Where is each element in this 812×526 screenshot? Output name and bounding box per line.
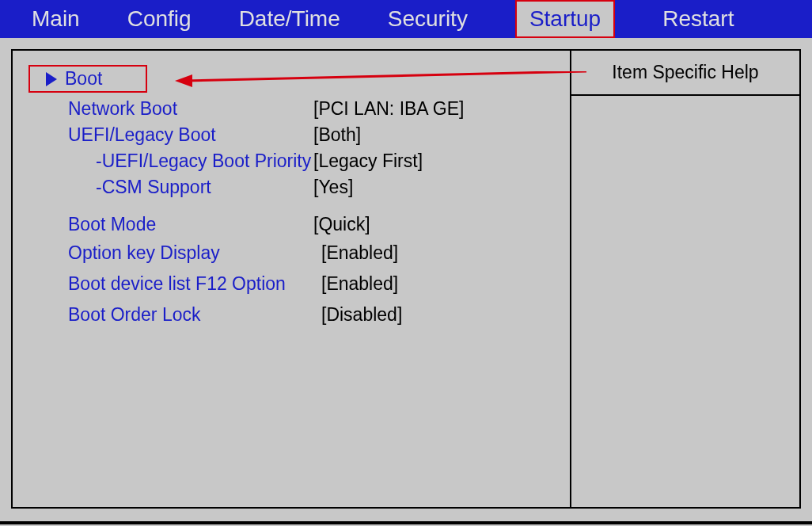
setting-label: -UEFI/Legacy Boot Priority bbox=[28, 151, 313, 172]
setting-row-f12-option[interactable]: Boot device list F12 Option [Enabled] bbox=[28, 269, 554, 299]
setting-label: Network Boot bbox=[28, 98, 313, 120]
setting-value: [Enabled] bbox=[313, 242, 398, 264]
setting-row-boot-priority[interactable]: -UEFI/Legacy Boot Priority [Legacy First… bbox=[28, 148, 554, 174]
setting-value: [Disabled] bbox=[321, 304, 402, 326]
tab-config[interactable]: Config bbox=[127, 6, 192, 32]
setting-row-uefi-legacy-boot[interactable]: UEFI/Legacy Boot [Both] bbox=[28, 122, 554, 148]
tab-datetime[interactable]: Date/Time bbox=[239, 6, 340, 32]
setting-label: Boot Order Lock bbox=[28, 304, 321, 326]
bottom-border bbox=[0, 521, 812, 524]
tab-startup[interactable]: Startup bbox=[515, 0, 615, 38]
tab-security[interactable]: Security bbox=[388, 6, 468, 32]
tab-restart[interactable]: Restart bbox=[662, 6, 734, 32]
boot-submenu-label: Boot bbox=[65, 68, 102, 90]
menubar: Main Config Date/Time Security Startup R… bbox=[0, 0, 812, 38]
setting-value: [PCI LAN: IBA GE] bbox=[313, 98, 464, 120]
help-panel-title: Item Specific Help bbox=[571, 51, 799, 96]
setting-row-boot-mode[interactable]: Boot Mode [Quick] bbox=[28, 212, 554, 238]
setting-label: Boot device list F12 Option bbox=[28, 273, 321, 295]
setting-value: [Yes] bbox=[313, 177, 353, 198]
setting-row-option-key-display[interactable]: Option key Display [Enabled] bbox=[28, 238, 554, 269]
setting-value: [Legacy First] bbox=[313, 151, 423, 172]
setting-value: [Both] bbox=[313, 124, 361, 146]
setting-value: [Quick] bbox=[313, 214, 370, 235]
setting-label: Boot Mode bbox=[28, 214, 313, 235]
triangle-right-icon bbox=[46, 72, 57, 86]
svg-line-1 bbox=[184, 71, 586, 81]
setting-label: -CSM Support bbox=[28, 177, 313, 198]
tab-main[interactable]: Main bbox=[32, 6, 80, 32]
setting-label: Option key Display bbox=[28, 242, 313, 264]
boot-submenu[interactable]: Boot bbox=[28, 65, 147, 93]
setting-row-network-boot[interactable]: Network Boot [PCI LAN: IBA GE] bbox=[28, 96, 554, 122]
setting-value: [Enabled] bbox=[321, 273, 398, 295]
help-panel: Item Specific Help bbox=[570, 51, 799, 507]
setting-row-boot-order-lock[interactable]: Boot Order Lock [Disabled] bbox=[28, 299, 554, 330]
setting-label: UEFI/Legacy Boot bbox=[28, 124, 313, 146]
setting-row-csm-support[interactable]: -CSM Support [Yes] bbox=[28, 174, 554, 200]
content-frame: Boot Network Boot [PCI LAN: IBA GE] UEFI… bbox=[11, 49, 801, 509]
settings-panel: Boot Network Boot [PCI LAN: IBA GE] UEFI… bbox=[13, 51, 570, 507]
svg-marker-2 bbox=[175, 74, 192, 87]
